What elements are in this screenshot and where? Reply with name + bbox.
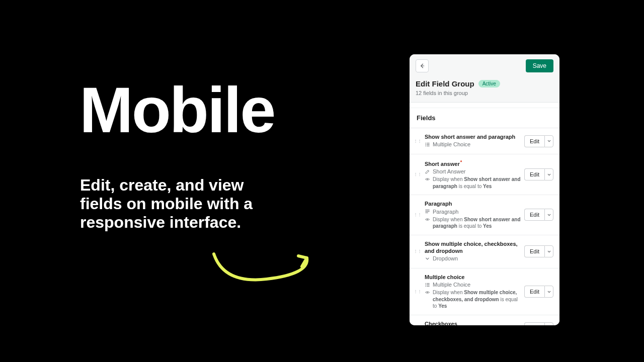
field-name: Multiple choice xyxy=(425,274,521,281)
svg-rect-14 xyxy=(427,285,430,285)
mobile-screenshot: Save Edit Field Group Active 12 fields i… xyxy=(410,54,559,325)
edit-dropdown-button[interactable] xyxy=(544,322,553,325)
svg-point-15 xyxy=(425,286,426,287)
drag-handle-icon[interactable]: ⋮⋮ xyxy=(414,213,422,217)
svg-point-6 xyxy=(427,179,428,180)
field-condition: Display when Show short answer and parag… xyxy=(425,216,521,230)
edit-button[interactable]: Edit xyxy=(524,135,544,147)
field-item: ⋮⋮Show short answer and paragraphMultipl… xyxy=(410,128,559,154)
field-type: Dropdown xyxy=(433,255,458,261)
edit-button-group: Edit xyxy=(524,168,553,180)
status-badge: Active xyxy=(478,80,500,87)
field-item: ⋮⋮Multiple choiceMultiple ChoiceDisplay … xyxy=(410,268,559,315)
eye-icon xyxy=(425,290,430,295)
edit-button[interactable]: Edit xyxy=(524,209,544,221)
edit-button[interactable]: Edit xyxy=(524,245,544,257)
page-subtitle: 12 fields in this group xyxy=(416,90,553,96)
hero-subtitle: Edit, create, and view fields on mobile … xyxy=(80,176,261,231)
edit-dropdown-button[interactable] xyxy=(544,135,553,147)
edit-button-group: Edit xyxy=(524,286,553,298)
field-condition: Display when Show short answer and parag… xyxy=(425,176,521,190)
arrow-illustration xyxy=(206,249,317,289)
drag-handle-icon[interactable]: ⋮⋮ xyxy=(414,249,422,253)
field-condition: Display when Show multiple choice, check… xyxy=(425,289,521,310)
field-item: ⋮⋮ParagraphParagraphDisplay when Show sh… xyxy=(410,195,559,235)
list-icon xyxy=(425,142,430,147)
svg-rect-12 xyxy=(427,283,430,284)
field-name: Show short answer and paragraph xyxy=(425,133,521,140)
edit-button[interactable]: Edit xyxy=(524,322,544,325)
mobile-header: Save Edit Field Group Active 12 fields i… xyxy=(410,54,559,103)
field-type: Short Answer xyxy=(433,168,465,174)
svg-rect-8 xyxy=(425,211,429,212)
svg-point-13 xyxy=(425,285,426,286)
svg-rect-1 xyxy=(427,143,430,143)
field-type-row: Dropdown xyxy=(425,255,521,261)
field-type-row: Short Answer xyxy=(425,168,521,174)
edit-button[interactable]: Edit xyxy=(524,168,544,180)
field-type-row: Multiple Choice xyxy=(425,282,521,288)
edit-button-group: Edit xyxy=(524,245,553,257)
drag-handle-icon[interactable]: ⋮⋮ xyxy=(414,290,422,294)
back-button[interactable] xyxy=(416,59,429,72)
edit-button-group: Edit xyxy=(524,209,553,221)
hero-title: Mobile xyxy=(79,78,274,142)
page-title: Edit Field Group xyxy=(416,79,474,88)
field-item: ⋮⋮Short answer*Short AnswerDisplay when … xyxy=(410,154,559,195)
svg-point-11 xyxy=(425,283,426,284)
fields-header: Fields xyxy=(410,108,559,128)
drag-handle-icon[interactable]: ⋮⋮ xyxy=(414,172,422,176)
svg-rect-3 xyxy=(427,144,430,145)
pencil-icon xyxy=(425,169,430,174)
fields-section: Fields ⋮⋮Show short answer and paragraph… xyxy=(410,108,559,325)
save-button[interactable]: Save xyxy=(526,59,553,72)
edit-button-group: Edit xyxy=(524,322,553,325)
field-type-row: Multiple Choice xyxy=(425,141,521,147)
field-name: Short answer* xyxy=(425,159,521,167)
edit-dropdown-button[interactable] xyxy=(544,209,553,221)
field-name: Paragraph xyxy=(425,200,521,207)
svg-point-10 xyxy=(427,219,428,220)
field-type: Multiple Choice xyxy=(433,141,470,147)
svg-point-2 xyxy=(425,144,426,145)
svg-point-0 xyxy=(425,143,426,144)
edit-dropdown-button[interactable] xyxy=(544,286,553,298)
field-item: ⋮⋮Show multiple choice, checkboxes, and … xyxy=(410,235,559,269)
paragraph-icon xyxy=(425,209,430,214)
arrow-left-icon xyxy=(419,63,425,69)
eye-icon xyxy=(425,176,430,182)
drag-handle-icon[interactable]: ⋮⋮ xyxy=(414,139,422,143)
dropdown-icon xyxy=(425,256,430,261)
svg-rect-9 xyxy=(425,213,428,213)
edit-dropdown-button[interactable] xyxy=(544,168,553,180)
svg-rect-16 xyxy=(427,286,430,287)
edit-dropdown-button[interactable] xyxy=(544,245,553,257)
svg-point-17 xyxy=(427,292,428,293)
list-icon xyxy=(425,282,430,288)
eye-icon xyxy=(425,217,430,222)
field-item: ⋮⋮CheckboxesCheckboxesEdit xyxy=(410,315,559,325)
svg-rect-7 xyxy=(425,210,429,210)
svg-point-4 xyxy=(425,145,426,146)
field-name: Show multiple choice, checkboxes, and dr… xyxy=(425,240,521,255)
edit-button[interactable]: Edit xyxy=(524,286,544,298)
field-type: Paragraph xyxy=(433,209,458,215)
field-type: Multiple Choice xyxy=(433,282,470,288)
edit-button-group: Edit xyxy=(524,135,553,147)
field-name: Checkboxes xyxy=(425,320,521,325)
field-type-row: Paragraph xyxy=(425,209,521,215)
svg-rect-5 xyxy=(427,145,430,146)
